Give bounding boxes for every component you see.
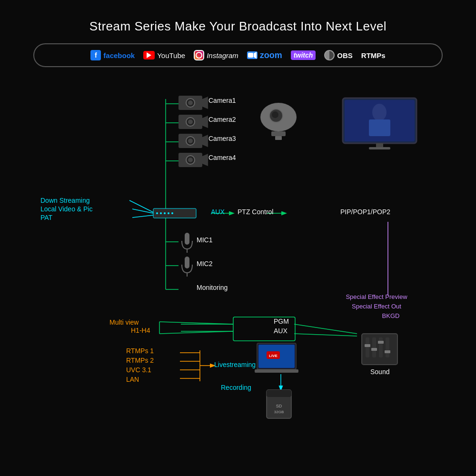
platform-twitch: twitch (291, 50, 316, 60)
rtmps2-label: RTMPs 2 (126, 357, 154, 364)
special-effect-preview-label: Special Effect Preview (336, 293, 417, 300)
zoom-icon (247, 51, 258, 59)
uvc-label: UVC 3.1 (126, 366, 151, 374)
instagram-icon (194, 50, 204, 60)
svg-rect-82 (255, 369, 298, 373)
svg-rect-70 (366, 337, 369, 357)
twitch-icon: twitch (291, 50, 316, 60)
special-effect-out-label: Special Effect Out (336, 303, 417, 310)
svg-marker-47 (202, 154, 208, 166)
svg-line-13 (132, 215, 153, 218)
svg-rect-75 (371, 348, 377, 351)
svg-point-38 (188, 119, 193, 124)
svg-rect-48 (153, 208, 196, 218)
platform-facebook: f facebook (90, 50, 135, 60)
platform-zoom: zoom (247, 50, 282, 60)
h1h4-label: H1-H4 (131, 327, 150, 334)
svg-rect-77 (385, 350, 390, 353)
svg-text:SD: SD (276, 404, 282, 408)
svg-point-51 (164, 212, 166, 214)
svg-point-50 (160, 212, 162, 214)
facebook-icon: f (90, 50, 101, 60)
camera4-label: Camera4 (208, 154, 236, 161)
camera2-label: Camera2 (208, 116, 236, 123)
platform-instagram: Instagram (194, 50, 238, 60)
svg-marker-39 (202, 116, 208, 128)
camera3-label: Camera3 (208, 135, 236, 142)
svg-point-49 (156, 212, 158, 214)
platform-youtube: YouTube (143, 51, 185, 60)
svg-point-42 (188, 139, 193, 143)
platform-obs: OBS (324, 50, 353, 60)
sound-label: Sound (370, 368, 389, 376)
svg-rect-65 (185, 233, 189, 245)
svg-rect-0 (248, 53, 253, 58)
local-video-label: Local Video & Pic (40, 205, 92, 213)
svg-rect-62 (369, 119, 390, 136)
multiview-label: Multi view (109, 318, 139, 326)
svg-text:LIVE: LIVE (269, 354, 278, 358)
pip-label: PIP/POP1/POP2 (340, 208, 390, 216)
svg-rect-73 (386, 337, 389, 357)
recording-label: Recording (221, 384, 251, 391)
instagram-label: Instagram (207, 51, 238, 60)
svg-point-53 (171, 212, 173, 214)
obs-label: OBS (337, 51, 353, 60)
down-streaming-label: Down Streaming (40, 197, 90, 204)
platform-bar: f facebook YouTube Instagram zoom twitch… (33, 43, 443, 67)
youtube-icon (143, 51, 155, 60)
youtube-label: YouTube (157, 51, 185, 60)
svg-point-52 (168, 212, 169, 214)
camera1-label: Camera1 (208, 97, 236, 104)
svg-point-34 (188, 100, 193, 105)
svg-rect-63 (376, 143, 383, 147)
bkgd-label: BKGD (379, 312, 403, 319)
aux-output-label: AUX (274, 327, 288, 335)
svg-point-56 (272, 111, 278, 118)
svg-rect-72 (379, 337, 383, 357)
platform-rtmps: RTMPs (361, 51, 386, 60)
obs-icon (324, 50, 335, 60)
facebook-label: facebook (103, 51, 135, 60)
svg-rect-74 (365, 344, 370, 347)
svg-point-46 (188, 158, 193, 162)
pgm-label: PGM (274, 317, 289, 325)
livestreaming-label: Livestreaming (214, 361, 256, 368)
aux-input-label: AUX (211, 208, 225, 216)
svg-marker-43 (202, 135, 208, 147)
svg-rect-58 (275, 136, 282, 140)
pat-label: PAT (40, 214, 52, 221)
svg-marker-35 (202, 97, 208, 109)
svg-rect-57 (271, 131, 286, 136)
diagram-area: LIVE SD 32GB Camera1 Camera2 Camera3 Cam… (0, 77, 476, 419)
rtmps-label: RTMPs (361, 51, 386, 60)
svg-marker-1 (254, 52, 257, 59)
zoom-label: zoom (260, 50, 282, 60)
rtmps1-label: RTMPs 1 (126, 347, 154, 355)
svg-line-18 (294, 334, 357, 336)
svg-rect-71 (372, 337, 376, 357)
svg-rect-67 (185, 257, 189, 268)
svg-rect-76 (378, 341, 384, 344)
svg-point-61 (372, 104, 387, 121)
page-title: Stream Series Make Your Broadcast Into N… (0, 0, 476, 34)
ptz-control-label: PTZ Control (238, 208, 273, 216)
svg-line-17 (294, 324, 357, 334)
svg-rect-64 (369, 147, 390, 149)
svg-text:32GB: 32GB (274, 410, 284, 414)
monitoring-label: Monitoring (197, 284, 228, 291)
lan-label: LAN (126, 376, 139, 383)
mic1-label: MIC1 (197, 236, 212, 244)
svg-rect-84 (267, 390, 291, 397)
mic2-label: MIC2 (197, 260, 212, 268)
